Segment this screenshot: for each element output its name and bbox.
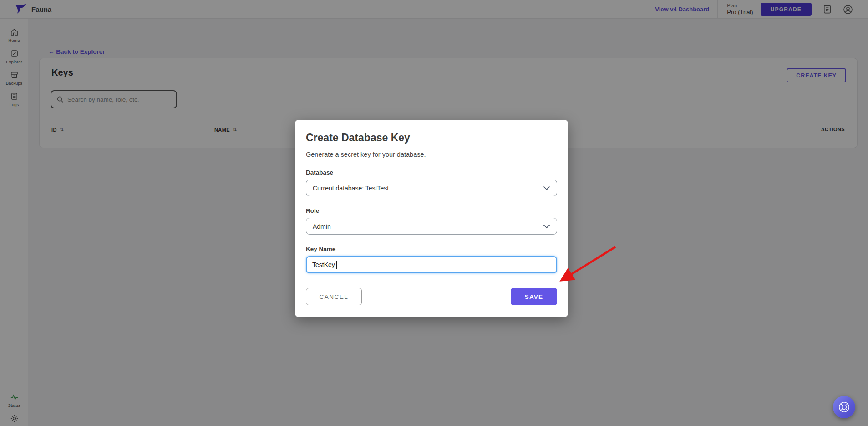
role-label: Role xyxy=(306,207,557,214)
key-name-input[interactable] xyxy=(306,256,557,273)
role-select[interactable]: Admin xyxy=(306,218,557,235)
create-database-key-modal: Create Database Key Generate a secret ke… xyxy=(295,120,568,317)
text-cursor xyxy=(336,261,337,269)
modal-subtitle: Generate a secret key for your database. xyxy=(306,151,557,158)
database-select-value: Current database: TestTest xyxy=(313,185,389,192)
role-select-value: Admin xyxy=(313,223,331,230)
lifebuoy-icon xyxy=(838,401,850,413)
key-name-label: Key Name xyxy=(306,246,557,252)
modal-title: Create Database Key xyxy=(306,132,557,144)
database-select[interactable]: Current database: TestTest xyxy=(306,180,557,196)
chevron-down-icon xyxy=(543,224,550,229)
chevron-down-icon xyxy=(543,186,550,190)
save-button[interactable]: SAVE xyxy=(511,288,557,305)
cancel-button[interactable]: CANCEL xyxy=(306,288,362,305)
help-widget-button[interactable] xyxy=(833,396,855,418)
database-label: Database xyxy=(306,169,557,176)
